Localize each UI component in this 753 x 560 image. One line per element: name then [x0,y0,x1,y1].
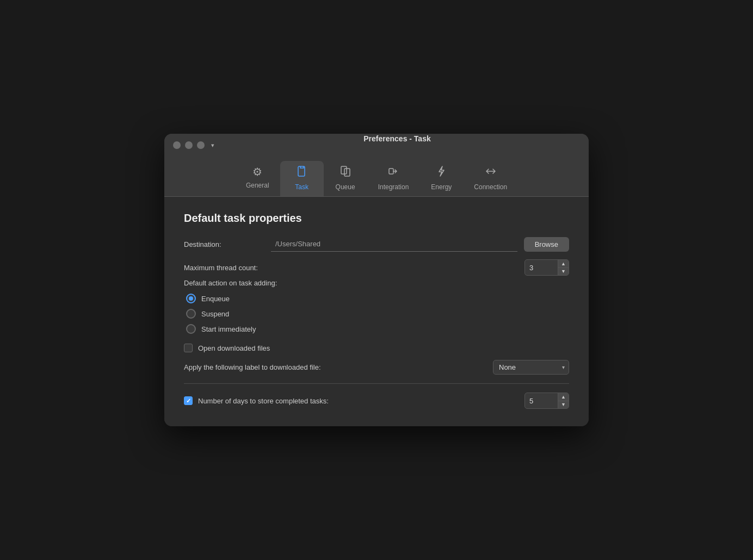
days-spinner: ▲ ▼ [524,393,569,409]
tab-integration-label: Integration [378,183,409,191]
thread-count-row: Maximum thread count: ▲ ▼ [184,259,569,276]
close-button[interactable] [173,141,181,149]
tab-energy[interactable]: Energy [419,161,463,196]
titlebar: ▾ Preferences - Task ⚙ General Task [164,134,589,197]
tab-general-label: General [246,182,269,189]
destination-wrapper [271,237,517,252]
action-label: Default action on task adding: [184,279,569,287]
label-row-text: Apply the following label to downloaded … [184,363,493,371]
radio-start-immediately[interactable]: Start immediately [186,324,569,334]
connection-icon [485,165,497,180]
open-files-row[interactable]: Open downloaded files [184,344,569,352]
task-icon [296,165,308,180]
days-label: Number of days to store completed tasks: [198,397,524,405]
radio-enqueue-label: Enqueue [201,295,230,303]
days-increment[interactable]: ▲ [558,393,569,401]
open-files-label: Open downloaded files [198,344,270,352]
tab-integration[interactable]: Integration [367,161,420,196]
minimize-button[interactable] [185,141,193,149]
days-checkbox[interactable] [184,396,193,405]
svg-rect-3 [389,169,393,174]
tab-energy-label: Energy [431,183,452,191]
content-area: Default task properties Destination: Bro… [164,197,589,426]
queue-icon [340,165,351,180]
radio-suspend-label: Suspend [201,310,229,318]
days-input[interactable] [525,395,558,407]
svg-rect-1 [341,166,347,174]
destination-row: Destination: Browse [184,237,569,252]
destination-input[interactable] [271,237,371,251]
divider [184,383,569,384]
thread-count-input[interactable] [525,262,558,274]
traffic-lights: ▾ [173,141,214,149]
radio-enqueue-indicator [186,294,196,303]
open-files-checkbox[interactable] [184,344,193,352]
tab-general[interactable]: ⚙ General [235,161,280,196]
days-arrows: ▲ ▼ [558,393,569,408]
radio-suspend-indicator [186,309,196,319]
tab-queue[interactable]: Queue [324,161,367,196]
tab-connection[interactable]: Connection [463,161,518,196]
radio-enqueue[interactable]: Enqueue [186,294,569,303]
tab-task[interactable]: Task [280,161,324,196]
toolbar: ⚙ General Task [173,161,580,196]
window-title: Preferences - Task [214,134,580,143]
gear-icon: ⚙ [252,165,262,178]
browse-button[interactable]: Browse [524,237,569,252]
radio-suspend[interactable]: Suspend [186,309,569,319]
thread-decrement[interactable]: ▼ [558,267,569,275]
section-title: Default task properties [184,212,569,225]
days-checkbox-row[interactable]: Number of days to store completed tasks: [184,396,524,405]
preferences-window: ▾ Preferences - Task ⚙ General Task [164,134,589,426]
label-select[interactable]: None Red Orange Yellow Green Blue Purple… [493,360,569,375]
label-row: Apply the following label to downloaded … [184,360,569,375]
svg-rect-2 [344,169,350,176]
days-row: Number of days to store completed tasks:… [184,393,569,409]
integration-icon [387,165,399,180]
thread-increment[interactable]: ▲ [558,260,569,267]
window-dropdown-arrow[interactable]: ▾ [211,142,214,149]
thread-spinner: ▲ ▼ [524,259,569,276]
radio-start-immediately-indicator [186,324,196,334]
tab-queue-label: Queue [336,183,355,191]
radio-group: Enqueue Suspend Start immediately [184,294,569,334]
label-select-wrapper: None Red Orange Yellow Green Blue Purple… [493,360,569,375]
thread-count-label: Maximum thread count: [184,264,524,272]
destination-label: Destination: [184,240,271,248]
maximize-button[interactable] [197,141,205,149]
days-decrement[interactable]: ▼ [558,401,569,408]
tab-connection-label: Connection [474,183,507,191]
thread-arrows: ▲ ▼ [558,260,569,275]
tab-task-label: Task [295,183,308,191]
energy-icon [435,165,447,180]
radio-start-immediately-label: Start immediately [201,325,256,333]
